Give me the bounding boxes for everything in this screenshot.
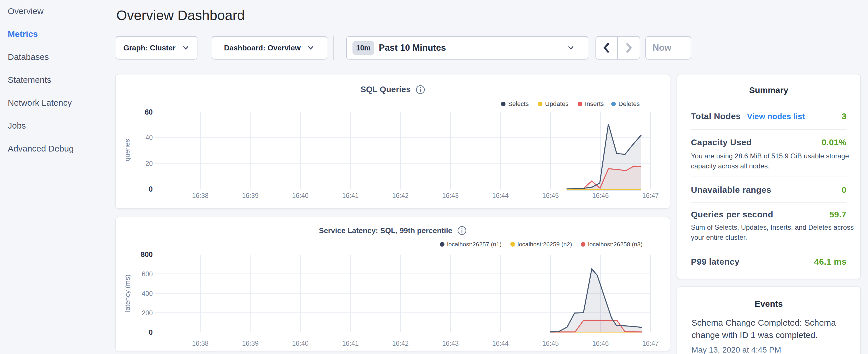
svg-text:16:41: 16:41 <box>342 340 359 347</box>
svg-text:400: 400 <box>142 290 153 297</box>
svg-text:200: 200 <box>142 309 153 317</box>
svg-text:16:43: 16:43 <box>442 340 459 347</box>
svg-text:16:44: 16:44 <box>492 192 509 199</box>
svg-text:16:39: 16:39 <box>242 192 259 199</box>
svg-text:16:43: 16:43 <box>442 192 459 199</box>
svg-text:16:46: 16:46 <box>592 340 609 347</box>
svg-text:0: 0 <box>149 328 153 336</box>
svg-text:16:40: 16:40 <box>292 340 309 347</box>
svg-text:60: 60 <box>145 108 153 116</box>
svg-text:latency (ms): latency (ms) <box>124 275 131 312</box>
svg-text:16:45: 16:45 <box>542 192 559 199</box>
svg-text:16:46: 16:46 <box>592 192 609 199</box>
svg-text:16:39: 16:39 <box>242 340 259 347</box>
svg-text:20: 20 <box>145 160 153 167</box>
svg-text:queries: queries <box>123 139 131 162</box>
svg-text:600: 600 <box>142 270 153 278</box>
svg-text:16:38: 16:38 <box>192 340 209 347</box>
svg-text:16:44: 16:44 <box>492 340 509 347</box>
svg-text:16:40: 16:40 <box>292 192 309 199</box>
svg-text:16:42: 16:42 <box>392 192 409 199</box>
svg-text:16:45: 16:45 <box>542 340 559 347</box>
svg-text:16:41: 16:41 <box>342 192 359 199</box>
svg-text:16:38: 16:38 <box>192 192 209 199</box>
svg-text:800: 800 <box>141 250 153 258</box>
svg-text:16:42: 16:42 <box>392 340 409 347</box>
svg-text:16:47: 16:47 <box>642 192 659 199</box>
svg-text:0: 0 <box>149 185 153 193</box>
svg-text:16:47: 16:47 <box>642 340 659 347</box>
svg-text:40: 40 <box>145 134 153 141</box>
